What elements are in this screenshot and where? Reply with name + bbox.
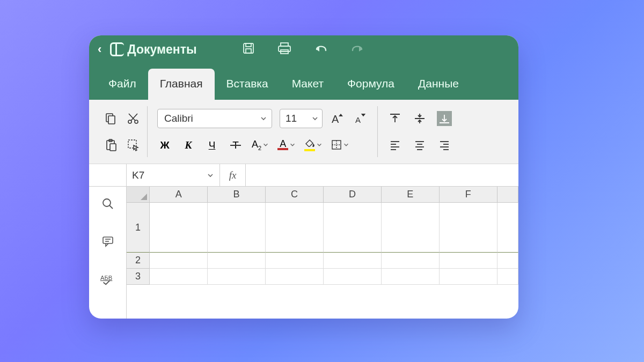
align-left-icon <box>389 139 401 151</box>
subscript-button[interactable]: A2 <box>252 139 269 151</box>
cell[interactable] <box>208 269 266 285</box>
font-name-select[interactable]: Calibri <box>157 109 272 128</box>
back-button[interactable]: ‹ <box>98 42 101 56</box>
align-bottom-button[interactable] <box>437 111 452 126</box>
search-button[interactable] <box>100 196 115 211</box>
column-header[interactable]: F <box>440 187 497 202</box>
cell[interactable] <box>382 203 440 253</box>
grid-row: 3 <box>127 269 518 285</box>
align-middle-button[interactable] <box>412 111 427 126</box>
align-top-icon <box>389 113 401 124</box>
cut-icon <box>127 112 140 125</box>
align-center-button[interactable] <box>412 137 427 152</box>
copy-button[interactable] <box>103 111 118 126</box>
redo-button[interactable] <box>350 43 364 56</box>
cell[interactable] <box>266 269 324 285</box>
align-right-button[interactable] <box>437 137 452 152</box>
menu-formula[interactable]: Формула <box>335 69 406 100</box>
cell[interactable] <box>266 253 324 269</box>
underline-button[interactable]: Ч <box>204 137 219 152</box>
column-header[interactable]: B <box>208 187 266 202</box>
formula-bar: K7 fx <box>89 164 518 187</box>
spellcheck-button[interactable]: АБВ <box>100 271 115 286</box>
font-name-value: Calibri <box>164 113 193 124</box>
redo-icon <box>350 43 364 54</box>
menu-home[interactable]: Главная <box>148 69 215 100</box>
bold-button[interactable]: Ж <box>157 137 172 152</box>
logo-icon <box>110 42 124 56</box>
bucket-icon <box>304 138 315 147</box>
cell[interactable] <box>440 253 497 269</box>
column-header[interactable]: D <box>324 187 382 202</box>
row-header[interactable]: 1 <box>127 203 150 253</box>
cell[interactable] <box>208 203 266 253</box>
print-icon <box>277 42 291 55</box>
app-logo[interactable]: Документы <box>110 42 196 57</box>
menu-layout[interactable]: Макет <box>280 69 335 100</box>
align-left-button[interactable] <box>387 137 402 152</box>
comments-button[interactable] <box>100 234 115 249</box>
svg-text:A: A <box>332 113 339 125</box>
cell[interactable] <box>440 269 497 285</box>
decrease-font-button[interactable]: A <box>353 111 368 126</box>
cell[interactable] <box>266 203 324 253</box>
column-header[interactable] <box>497 187 518 202</box>
column-header[interactable]: E <box>382 187 440 202</box>
row-header[interactable]: 3 <box>127 269 150 285</box>
cell[interactable] <box>324 253 382 269</box>
fx-button[interactable]: fx <box>220 164 246 186</box>
column-header[interactable]: A <box>150 187 208 202</box>
cell[interactable] <box>382 269 440 285</box>
cell[interactable] <box>497 269 518 285</box>
cell[interactable] <box>497 253 518 269</box>
svg-rect-1 <box>246 43 251 47</box>
name-box[interactable]: K7 <box>127 164 220 186</box>
cell[interactable] <box>208 253 266 269</box>
save-button[interactable] <box>242 42 255 57</box>
formula-input[interactable] <box>246 164 518 186</box>
cell[interactable] <box>497 203 518 253</box>
svg-line-35 <box>109 205 113 209</box>
borders-button[interactable] <box>331 139 349 150</box>
menu-file[interactable]: Файл <box>97 69 148 100</box>
paste-button[interactable] <box>103 137 118 152</box>
app-title: Документы <box>127 42 196 57</box>
spellcheck-icon: АБВ <box>100 272 115 285</box>
increase-font-button[interactable]: A <box>330 111 345 126</box>
highlight-color-button[interactable] <box>304 138 323 151</box>
cell[interactable] <box>382 253 440 269</box>
align-top-button[interactable] <box>387 111 402 126</box>
italic-button[interactable]: К <box>181 137 196 152</box>
menu-bar: Файл Главная Вставка Макет Формула Данны… <box>89 63 518 100</box>
print-button[interactable] <box>277 42 291 57</box>
font-size-select[interactable]: 11 <box>280 109 323 128</box>
select-all-corner[interactable] <box>127 187 150 202</box>
cell[interactable] <box>150 203 208 253</box>
quick-access-toolbar <box>242 42 364 57</box>
cut-button[interactable] <box>126 111 141 126</box>
select-button[interactable] <box>126 137 141 152</box>
chevron-down-icon <box>262 142 269 148</box>
column-header[interactable]: C <box>266 187 324 202</box>
name-box-value: K7 <box>132 169 144 181</box>
decrease-font-icon: A <box>353 112 367 125</box>
cell[interactable] <box>324 269 382 285</box>
search-icon <box>101 197 114 210</box>
cell[interactable] <box>324 203 382 253</box>
grid-row: 2 <box>127 253 518 269</box>
cell[interactable] <box>150 269 208 285</box>
chevron-down-icon <box>343 142 349 148</box>
ribbon-clipboard-group <box>97 100 147 164</box>
svg-rect-3 <box>281 43 288 46</box>
row-header[interactable]: 2 <box>127 253 150 269</box>
cell[interactable] <box>150 253 208 269</box>
paste-icon <box>104 138 117 151</box>
svg-rect-2 <box>246 49 251 53</box>
menu-insert[interactable]: Вставка <box>215 69 280 100</box>
menu-data[interactable]: Данные <box>406 69 471 100</box>
chevron-down-icon <box>316 142 323 148</box>
cell[interactable] <box>440 203 497 253</box>
strikethrough-button[interactable]: Ŧ <box>228 137 243 152</box>
undo-button[interactable] <box>314 43 328 56</box>
font-color-button[interactable]: A <box>277 139 296 150</box>
